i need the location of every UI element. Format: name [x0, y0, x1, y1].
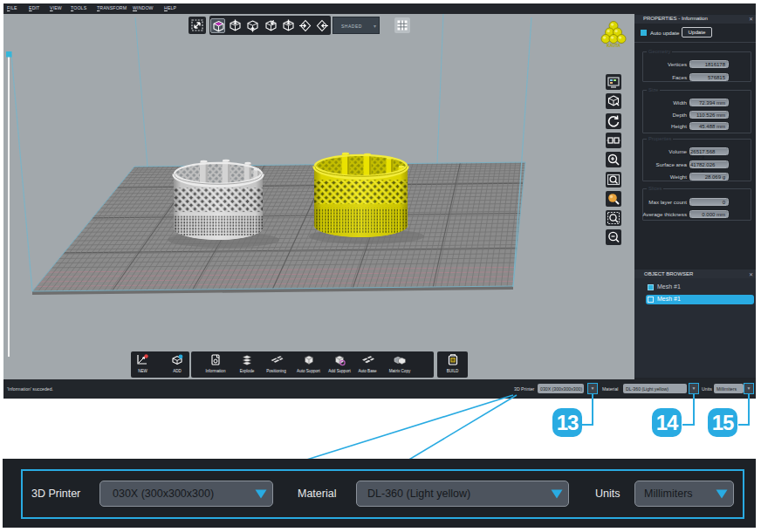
svg-text:KAUTA: KAUTA	[607, 44, 620, 48]
